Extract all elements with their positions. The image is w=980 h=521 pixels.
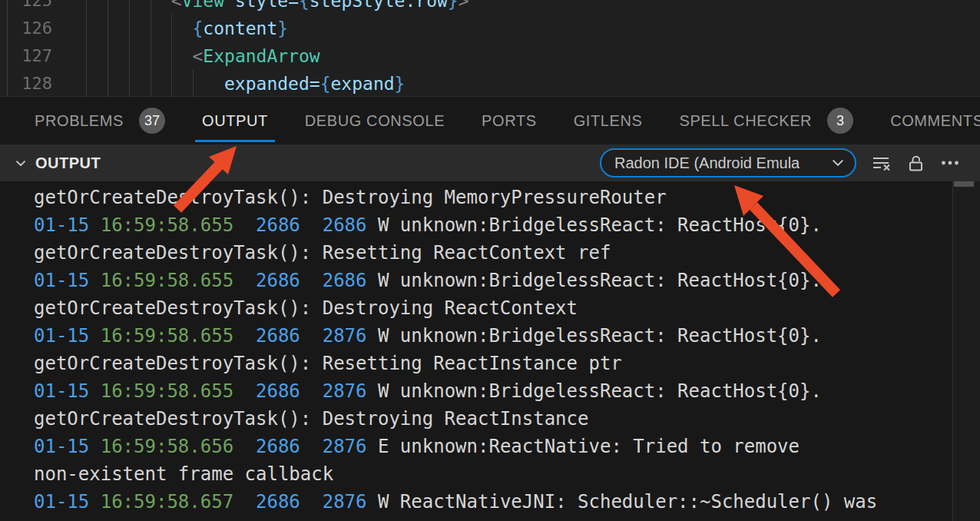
editor-pane[interactable]: 125 <View style={stepStyle.row}>126 {con…: [0, 0, 980, 96]
text-segment: 16:59:58.655: [101, 325, 233, 347]
line-number: 126: [0, 15, 52, 42]
text-segment: 01-15: [34, 270, 89, 291]
panel-tabs: PROBLEMS37OUTPUTDEBUG CONSOLEPORTSGITLEN…: [0, 97, 980, 144]
log-line: 01-15 16:59:58.656 2686 2876 E unknown:R…: [34, 433, 952, 460]
text-segment: [86, 74, 224, 94]
code-line: 126 {content}: [0, 15, 980, 42]
text-segment: [300, 325, 323, 347]
text-segment: getOrCreateDestroyTask(): Resetting Reac…: [34, 242, 611, 264]
log-line: 01-15 16:59:58.657 2686 2876 W ReactNati…: [34, 488, 952, 516]
log-scrollbar[interactable]: [952, 181, 980, 521]
text-segment: 2686: [323, 214, 367, 236]
text-segment: >: [459, 0, 469, 11]
tab-label: PORTS: [482, 112, 537, 130]
output-channel-value: Radon IDE (Android Emula: [614, 154, 800, 172]
log-line: non-existent frame callback: [34, 460, 952, 488]
text-segment: <: [192, 46, 203, 66]
text-segment: getOrCreateDestroyTask(): Destroying Rea…: [34, 408, 588, 430]
panel-actions: Radon IDE (Android Emula: [600, 148, 960, 178]
scrollbar-thumb[interactable]: [954, 181, 974, 187]
text-segment: 2686: [256, 436, 300, 457]
text-segment: 2876: [323, 325, 367, 347]
text-segment: W unknown:BridgelessReact: ReactHost{0}.: [367, 380, 822, 402]
log-line: getOrCreateDestroyTask(): Destroying Mem…: [34, 184, 952, 211]
text-segment: [89, 436, 100, 457]
text-segment: 16:59:58.655: [101, 214, 233, 236]
code-line: 127 <ExpandArrow: [0, 42, 980, 70]
text-segment: 16:59:58.656: [101, 436, 233, 457]
code-line: 128 expanded={expand}: [0, 70, 980, 96]
panel-tab-gitlens[interactable]: GITLENS: [574, 97, 643, 144]
tab-badge: 3: [827, 108, 853, 134]
log-line: getOrCreateDestroyTask(): Resetting Reac…: [34, 350, 952, 377]
panel-tab-spell-checker[interactable]: SPELL CHECKER3: [679, 97, 853, 144]
text-segment: 01-15: [34, 491, 89, 513]
text-segment: [89, 270, 100, 291]
text-segment: {: [192, 18, 203, 38]
chevron-down-icon: [830, 155, 846, 171]
text-segment: [86, 18, 192, 38]
text-segment: 16:59:58.655: [101, 380, 233, 402]
output-channel-select[interactable]: Radon IDE (Android Emula: [600, 148, 856, 178]
text-segment: [233, 270, 256, 291]
log-line: 01-15 16:59:58.655 2686 2686 W unknown:B…: [34, 211, 952, 239]
log-line: 01-15 16:59:58.655 2686 2876 W unknown:B…: [34, 322, 952, 350]
text-segment: [89, 325, 100, 347]
text-segment: getOrCreateDestroyTask(): Destroying Mem…: [34, 187, 667, 208]
text-segment: }: [395, 74, 406, 94]
tab-label: OUTPUT: [202, 112, 268, 130]
text-segment: 01-15: [34, 325, 89, 347]
panel-tab-ports[interactable]: PORTS: [482, 97, 537, 144]
text-segment: {: [320, 74, 331, 94]
text-segment: 16:59:58.655: [101, 270, 233, 291]
text-segment: expanded=: [224, 74, 320, 94]
text-segment: 2686: [256, 380, 300, 402]
panel-tab-comments[interactable]: COMMENTS: [890, 97, 980, 144]
text-segment: [89, 380, 100, 402]
text-segment: getOrCreateDestroyTask(): Resetting Reac…: [34, 353, 622, 374]
code-line: 125 <View style={stepStyle.row}>: [0, 0, 980, 15]
panel-tab-debug-console[interactable]: DEBUG CONSOLE: [305, 97, 445, 144]
text-segment: 2686: [256, 491, 300, 513]
text-segment: 2686: [323, 270, 367, 291]
line-number: 125: [0, 0, 52, 15]
panel-tab-problems[interactable]: PROBLEMS37: [35, 97, 165, 144]
text-segment: W unknown:BridgelessReact: ReactHost{0}.: [367, 270, 822, 291]
tab-label: PROBLEMS: [35, 112, 124, 130]
clear-output-icon[interactable]: [871, 153, 891, 173]
text-segment: [233, 436, 256, 457]
text-segment: }: [448, 0, 459, 11]
line-number: 128: [0, 70, 52, 96]
log-line: 01-15 16:59:58.655 2686 2876 W unknown:B…: [34, 377, 952, 405]
log-line: getOrCreateDestroyTask(): Destroying Rea…: [34, 405, 952, 433]
text-segment: [233, 325, 256, 347]
text-segment: 2876: [323, 491, 367, 513]
text-segment: W unknown:BridgelessReact: ReactHost{0}.: [367, 325, 822, 347]
text-segment: View: [182, 0, 224, 11]
text-segment: [233, 491, 256, 513]
text-segment: 2876: [323, 436, 367, 457]
tab-label: DEBUG CONSOLE: [305, 112, 445, 130]
text-segment: [89, 491, 100, 513]
panel-tab-output[interactable]: OUTPUT: [202, 97, 268, 144]
more-actions-icon[interactable]: [940, 153, 960, 173]
text-segment: stepStyle.row: [310, 0, 448, 11]
text-segment: 01-15: [34, 380, 89, 402]
text-segment: [233, 214, 256, 236]
unlock-icon[interactable]: [906, 153, 925, 173]
text-segment: 2686: [256, 325, 300, 347]
panel-title: OUTPUT: [35, 154, 101, 172]
code-text: <View style={stepStyle.row}>: [52, 0, 469, 15]
text-segment: style=: [235, 0, 299, 11]
text-segment: [300, 436, 323, 457]
text-segment: non-existent frame callback: [34, 463, 333, 485]
code-text: expanded={expand}: [52, 70, 405, 96]
text-segment: 16:59:58.657: [101, 491, 233, 513]
text-segment: [224, 0, 235, 11]
text-segment: [300, 270, 323, 291]
output-log[interactable]: getOrCreateDestroyTask(): Destroying Mem…: [0, 181, 952, 521]
text-segment: 2686: [256, 214, 300, 236]
text-segment: [300, 491, 323, 513]
text-segment: [89, 214, 100, 236]
collapse-chevron-icon[interactable]: [12, 154, 29, 171]
